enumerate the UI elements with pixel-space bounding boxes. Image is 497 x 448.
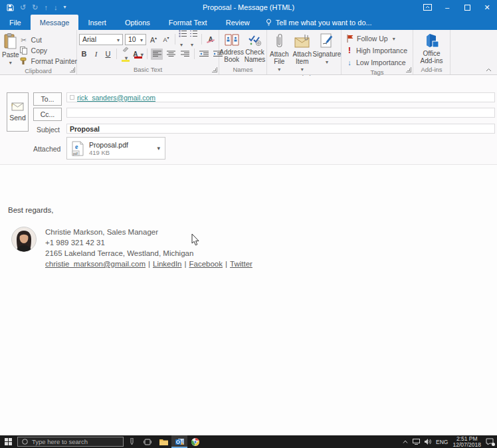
outlook-taskbar-button[interactable] xyxy=(171,435,187,448)
chrome-taskbar-button[interactable] xyxy=(187,435,203,448)
tab-review[interactable]: Review xyxy=(217,15,259,30)
address-book-button[interactable]: Address Book xyxy=(221,32,243,65)
tray-expand-icon[interactable] xyxy=(403,440,408,443)
decrease-indent-button[interactable] xyxy=(198,49,210,60)
taskbar-clock[interactable]: 2:51 PM 12/07/2018 xyxy=(452,436,481,448)
subject-field[interactable]: Proposal xyxy=(66,124,495,134)
low-importance-button[interactable]: ↓ Low Importance xyxy=(346,57,407,68)
tab-file[interactable]: File xyxy=(0,15,31,30)
undo-icon[interactable]: ↺ xyxy=(20,0,26,15)
high-importance-button[interactable]: ! High Importance xyxy=(346,45,407,56)
clipboard-group-label: Clipboard xyxy=(0,66,76,75)
format-painter-button[interactable]: Format Painter xyxy=(19,56,77,66)
taskbar-search-input[interactable]: Type here to search xyxy=(17,437,124,447)
tab-insert[interactable]: Insert xyxy=(78,15,116,30)
cc-field[interactable] xyxy=(66,108,495,118)
subject-value: Proposal xyxy=(70,125,100,133)
ribbon-group-basic-text: Arial 10 A▴ A▾ xyxy=(77,30,219,74)
font-color-button[interactable]: A xyxy=(133,51,144,58)
cc-button[interactable]: Cc... xyxy=(33,108,62,121)
clear-formatting-button[interactable]: A xyxy=(205,36,216,43)
check-names-button[interactable]: Check Names xyxy=(245,32,266,65)
attach-file-button[interactable]: Attach File xyxy=(269,32,290,73)
signature-icon xyxy=(320,33,334,49)
tab-message[interactable]: Message xyxy=(31,15,79,30)
low-importance-icon: ↓ xyxy=(346,58,353,66)
bold-button[interactable]: B xyxy=(79,50,89,58)
tab-format-text[interactable]: Format Text xyxy=(159,15,217,30)
tags-dialog-launcher-icon[interactable] xyxy=(406,67,411,72)
font-size-combo[interactable]: 10 xyxy=(125,34,146,45)
ribbon-display-options-icon[interactable] xyxy=(417,0,437,15)
italic-button[interactable]: I xyxy=(91,50,101,58)
signature-text: Christie Markson, Sales Manager +1 989 3… xyxy=(45,227,252,269)
linkedin-link[interactable]: LinkedIn xyxy=(153,260,181,268)
attachment-card[interactable]: e pdf Proposal.pdf 419 KB ▾ xyxy=(66,137,165,160)
align-right-button[interactable] xyxy=(179,49,191,60)
minimize-button[interactable]: – xyxy=(437,0,457,15)
message-body[interactable]: Best regards, Christie Markson, Sales Ma… xyxy=(0,164,497,435)
clipboard-dialog-launcher-icon[interactable] xyxy=(70,67,75,72)
file-explorer-icon xyxy=(159,439,168,445)
previous-item-icon[interactable]: ↑ xyxy=(44,0,48,15)
office-addins-button[interactable]: Office Add-ins xyxy=(417,32,447,65)
format-painter-icon xyxy=(19,57,29,65)
align-center-button[interactable] xyxy=(165,49,177,60)
customize-qat-icon[interactable]: ▾ xyxy=(63,0,66,15)
send-button[interactable]: Send xyxy=(7,92,29,132)
redo-icon[interactable]: ↻ xyxy=(32,0,38,15)
pdf-file-icon: e pdf xyxy=(72,141,84,156)
maximize-button[interactable] xyxy=(457,0,477,15)
tab-options[interactable]: Options xyxy=(116,15,159,30)
attach-item-button[interactable]: Attach Item xyxy=(292,32,313,73)
signature-email-link[interactable]: christie_markson@gmail.com xyxy=(45,260,146,268)
paste-clipboard-icon xyxy=(4,33,17,49)
signature-caret xyxy=(326,58,328,66)
paste-dropdown-caret[interactable] xyxy=(9,58,12,66)
facebook-link[interactable]: Facebook xyxy=(189,260,223,268)
attach-item-icon xyxy=(294,33,310,49)
align-center-icon xyxy=(167,51,175,57)
file-explorer-button[interactable] xyxy=(155,435,171,448)
task-view-button[interactable] xyxy=(140,435,155,448)
high-importance-icon: ! xyxy=(346,46,353,55)
network-display-icon[interactable] xyxy=(413,439,420,445)
copy-button[interactable]: Copy xyxy=(19,45,77,55)
basic-text-dialog-launcher-icon[interactable] xyxy=(212,67,217,72)
font-name-combo[interactable]: Arial xyxy=(79,34,123,45)
cut-button[interactable]: ✂ Cut xyxy=(19,35,77,45)
ribbon-group-tags: Follow Up ! High Importance ↓ Low Import… xyxy=(342,30,413,74)
office-addins-icon xyxy=(424,33,440,48)
paste-button[interactable]: Paste xyxy=(2,32,19,66)
clock-date: 12/07/2018 xyxy=(452,442,481,448)
volume-icon[interactable] xyxy=(425,439,431,445)
follow-up-button[interactable]: Follow Up xyxy=(346,33,407,44)
bullets-button[interactable] xyxy=(179,30,187,49)
grow-font-button[interactable]: A▴ xyxy=(148,35,159,44)
to-button[interactable]: To... xyxy=(33,92,62,106)
underline-button[interactable]: U xyxy=(103,50,113,58)
collapse-ribbon-icon[interactable] xyxy=(486,68,492,72)
to-field[interactable]: rick_sanders@gmail.com xyxy=(66,92,495,102)
attachment-dropdown-caret[interactable]: ▾ xyxy=(157,145,160,152)
numbering-button[interactable] xyxy=(189,30,198,49)
action-center-icon[interactable] xyxy=(486,438,494,445)
close-button[interactable]: ✕ xyxy=(477,0,497,15)
text-highlight-button[interactable] xyxy=(120,47,131,61)
language-indicator[interactable]: ENG xyxy=(436,439,448,445)
signature-button[interactable]: Signature xyxy=(315,32,339,73)
pen-workspace-button[interactable] xyxy=(124,435,140,448)
next-item-icon[interactable]: ↓ xyxy=(54,0,58,15)
ribbon-spacer xyxy=(450,30,497,74)
ribbon-group-clipboard: Paste ✂ Cut Copy xyxy=(0,30,77,74)
align-left-button[interactable] xyxy=(151,49,163,60)
tell-me-box[interactable]: Tell me what you want to do... xyxy=(259,15,379,30)
signature-phone: +1 989 321 42 31 xyxy=(45,237,252,248)
copy-icon xyxy=(19,47,29,55)
save-icon[interactable] xyxy=(7,4,14,11)
title-bar: ↺ ↻ ↑ ↓ ▾ Proposal - Message (HTML) – ✕ xyxy=(0,0,497,15)
twitter-link[interactable]: Twitter xyxy=(230,260,252,268)
to-recipient[interactable]: rick_sanders@gmail.com xyxy=(77,94,155,102)
start-button[interactable] xyxy=(0,435,16,448)
shrink-font-button[interactable]: A▾ xyxy=(161,35,171,43)
